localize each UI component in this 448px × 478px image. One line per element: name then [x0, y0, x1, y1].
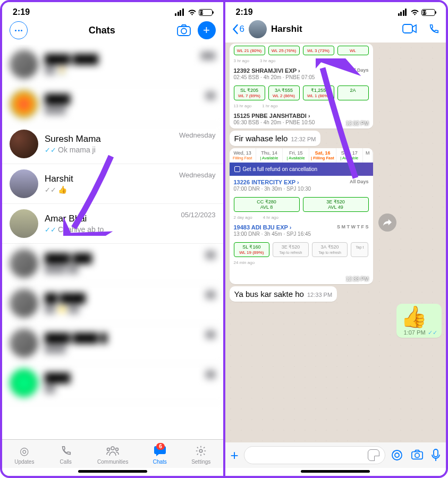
chat-row[interactable]: ████ ██████ 🙏███	[2, 45, 223, 84]
sent-checks-icon: ✓✓	[45, 186, 56, 194]
chat-row-suresh[interactable]: Suresh Mama ✓✓Ok mama ji Wednesday	[2, 124, 223, 164]
mic-icon[interactable]	[431, 449, 441, 462]
text-message-in[interactable]: Fir wahase lelo12:32 PM	[230, 131, 321, 146]
tab-calls[interactable]: Calls	[59, 444, 73, 465]
attach-button[interactable]: +	[231, 447, 239, 464]
emoji-message-out[interactable]: 👍 1:07 PM ✓✓	[396, 304, 442, 338]
gear-icon	[194, 444, 208, 458]
home-indicator[interactable]	[301, 470, 370, 473]
chat-preview: ✓✓👍	[45, 185, 173, 194]
back-button[interactable]: 6	[232, 24, 244, 35]
chat-row[interactable]: ██ ██████ ⭐ ████	[2, 284, 223, 323]
more-button[interactable]	[10, 21, 28, 39]
chat-preview: ✓✓Ok mama ji	[45, 146, 173, 154]
communities-icon	[106, 444, 120, 458]
avatar	[10, 169, 38, 198]
svg-rect-11	[434, 449, 438, 457]
input-bar: +	[225, 442, 446, 468]
camera-icon[interactable]	[176, 24, 191, 37]
unread-badge: 6	[156, 443, 165, 450]
compose-button[interactable]: +	[198, 21, 216, 39]
message-time: 12:32 PM	[291, 136, 316, 142]
back-count: 6	[240, 24, 244, 35]
contact-name[interactable]: Harshit	[271, 24, 398, 35]
forward-icon	[383, 218, 392, 227]
chat-date: Wednesday	[179, 169, 215, 179]
chat-name: Harshit	[45, 174, 173, 184]
message-time: 1:07 PM	[404, 329, 426, 336]
chat-header: 6 Harshit	[225, 19, 446, 42]
message-input[interactable]	[244, 446, 385, 464]
chat-row[interactable]: ██████████	[2, 84, 223, 124]
voice-call-icon[interactable]	[428, 23, 439, 35]
video-call-icon[interactable]	[402, 23, 417, 34]
svg-rect-6	[403, 24, 412, 33]
contact-avatar[interactable]	[249, 20, 267, 38]
chat-preview: ✓✓Chahiye ab to	[45, 225, 174, 234]
wifi-icon	[410, 9, 419, 16]
text-message-in[interactable]: Ya bus kar sakte ho12:33 PM	[230, 286, 337, 302]
phone-icon	[59, 444, 73, 458]
tab-bar: ◎Updates Calls Communities Chats6 Settin…	[2, 439, 223, 468]
battery-icon: 27	[199, 9, 213, 16]
camera-icon[interactable]	[411, 449, 424, 460]
message-time: 12:33 PM	[307, 292, 332, 298]
avatar	[10, 130, 38, 158]
home-indicator[interactable]	[78, 470, 147, 473]
chat-row[interactable]: ████████	[2, 363, 223, 403]
status-bar: 2:19 27	[2, 2, 223, 19]
status-time: 2:19	[236, 7, 253, 17]
image-message[interactable]: WL 21 (80%) WL 25 (76%) WL 3 (73%) WL 3 …	[230, 44, 373, 129]
tab-chats[interactable]: Chats6	[153, 444, 167, 465]
chat-row-amar[interactable]: Amar Bhai ✓✓Chahiye ab to 05/12/2023	[2, 204, 223, 244]
read-checks-icon: ✓✓	[428, 329, 437, 336]
svg-point-10	[415, 453, 419, 457]
chat-name: Suresh Mama	[45, 134, 173, 144]
tab-updates[interactable]: ◎Updates	[14, 444, 34, 465]
chat-date: 05/12/2023	[181, 209, 215, 219]
status-indicators: 27	[175, 8, 213, 16]
status-bar: 2:19 27	[225, 2, 446, 19]
refund-banner: Get a full refund on cancellation	[230, 163, 373, 176]
message-time: 12:32 PM	[346, 121, 369, 126]
status-time: 2:19	[13, 7, 30, 17]
chat-date: Wednesday	[179, 130, 215, 139]
chat-body[interactable]: WL 21 (80%) WL 25 (76%) WL 3 (73%) WL 3 …	[225, 42, 446, 442]
avatar	[10, 209, 38, 238]
chat-screen: 2:19 27 6 Harshit WL 21 (80%) WL 25 (76%…	[225, 2, 446, 476]
svg-point-1	[181, 29, 187, 34]
chat-row-harshit[interactable]: Harshit ✓✓👍 Wednesday	[2, 164, 223, 204]
svg-rect-0	[177, 27, 190, 36]
svg-point-5	[199, 449, 202, 453]
chat-name: Amar Bhai	[45, 214, 174, 224]
wifi-icon	[188, 9, 197, 16]
signal-icon	[398, 8, 407, 16]
chats-header: Chats +	[2, 19, 223, 45]
date-tabs: Wed, 13Filling Fast Thu, 14| Available F…	[230, 148, 373, 163]
message-time: 12:33 PM	[346, 276, 369, 282]
header-title: Chats	[28, 25, 176, 36]
ar-camera-icon[interactable]	[391, 449, 403, 462]
signal-icon	[175, 8, 184, 16]
chat-row[interactable]: ████ ███████ ████	[2, 244, 223, 284]
chat-list[interactable]: ████ ██████ 🙏███ ██████████ Suresh Mama …	[2, 45, 223, 439]
battery-icon: 27	[421, 9, 435, 16]
status-indicators: 27	[398, 8, 436, 16]
tab-communities[interactable]: Communities	[97, 444, 128, 465]
svg-point-4	[116, 448, 119, 451]
tab-settings[interactable]: Settings	[191, 444, 210, 465]
chats-screen: 2:19 27 Chats + ████ ██████ 🙏███ ███████…	[2, 2, 223, 476]
read-checks-icon: ✓✓	[45, 226, 56, 234]
sticker-icon[interactable]	[368, 449, 379, 461]
forward-button[interactable]	[378, 214, 396, 232]
chat-row[interactable]: ████ ████ ███████	[2, 323, 223, 363]
thumbs-up-emoji: 👍	[401, 306, 437, 327]
svg-point-2	[111, 447, 114, 450]
read-checks-icon: ✓✓	[45, 146, 56, 154]
svg-point-8	[395, 453, 399, 457]
updates-icon: ◎	[18, 444, 31, 458]
chevron-left-icon	[232, 24, 239, 35]
image-message[interactable]: Wed, 13Filling Fast Thu, 14| Available F…	[230, 148, 373, 284]
svg-point-3	[107, 448, 110, 451]
